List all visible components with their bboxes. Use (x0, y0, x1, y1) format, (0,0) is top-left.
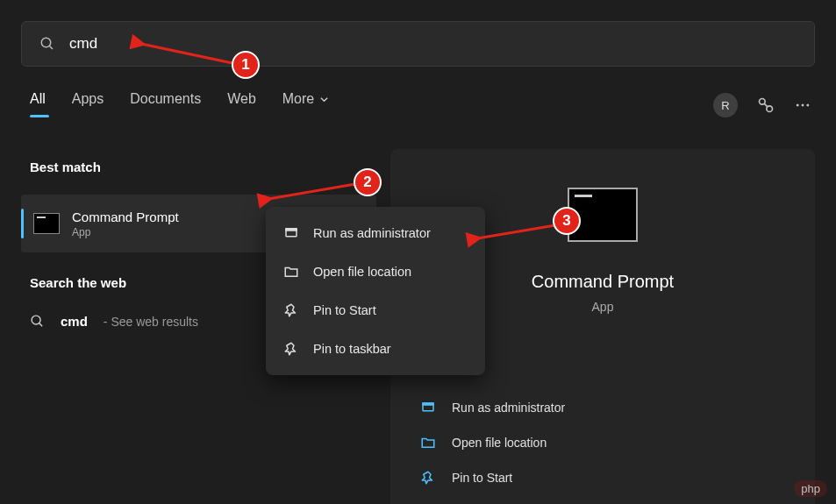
annotation-badge-2: 2 (354, 168, 382, 196)
svg-point-4 (797, 104, 799, 107)
svg-point-6 (806, 104, 809, 107)
menu-label: Pin to taskbar (313, 342, 391, 356)
tab-label: Documents (130, 91, 201, 107)
search-input[interactable] (69, 35, 797, 53)
context-menu: Run as administrator Open file location … (266, 207, 485, 375)
pin-icon (283, 302, 299, 318)
tab-label: All (30, 91, 46, 107)
result-title: Command Prompt (72, 209, 179, 224)
tab-label: Web (227, 91, 256, 107)
watermark: php (794, 480, 827, 497)
cmd-icon (33, 213, 60, 234)
tab-documents[interactable]: Documents (130, 91, 201, 116)
svg-line-1 (49, 46, 53, 49)
svg-point-7 (32, 316, 40, 324)
svg-line-8 (39, 323, 43, 327)
action-run-admin[interactable]: Run as administrator (420, 400, 565, 415)
admin-icon (283, 225, 299, 241)
web-result-item[interactable]: cmd - See web results (30, 314, 198, 329)
svg-rect-12 (286, 229, 297, 231)
folder-icon (420, 435, 436, 451)
web-term: cmd (61, 314, 88, 329)
tab-label: More (282, 91, 314, 107)
menu-run-admin[interactable]: Run as administrator (266, 214, 485, 252)
menu-label: Pin to Start (313, 303, 376, 317)
pin-icon (283, 341, 299, 357)
avatar[interactable]: R (713, 93, 738, 117)
search-bar[interactable] (21, 21, 815, 67)
svg-point-2 (760, 99, 766, 105)
best-match-label: Best match (30, 160, 101, 174)
svg-point-5 (802, 104, 804, 107)
menu-label: Run as administrator (313, 226, 431, 240)
menu-pin-start[interactable]: Pin to Start (266, 291, 485, 330)
menu-open-location[interactable]: Open file location (266, 252, 485, 291)
menu-pin-taskbar[interactable]: Pin to taskbar (266, 330, 485, 368)
header-controls: R (713, 93, 811, 117)
link-icon[interactable] (757, 96, 775, 114)
menu-label: Open file location (313, 265, 411, 279)
tab-all[interactable]: All (30, 91, 46, 116)
action-open-location[interactable]: Open file location (420, 435, 565, 451)
tab-apps[interactable]: Apps (72, 91, 104, 116)
avatar-initial: R (721, 99, 729, 112)
badge-text: 1 (241, 56, 249, 74)
tab-web[interactable]: Web (227, 91, 256, 116)
svg-point-0 (41, 38, 51, 47)
result-subtitle: App (72, 226, 179, 238)
action-label: Open file location (452, 436, 547, 450)
svg-rect-10 (423, 403, 433, 405)
folder-icon (283, 264, 299, 280)
chevron-down-icon (319, 95, 329, 104)
tab-label: Apps (72, 91, 104, 107)
annotation-badge-1: 1 (232, 51, 260, 79)
pin-icon (420, 470, 436, 486)
badge-text: 3 (562, 212, 570, 230)
web-hint: - See web results (104, 315, 198, 329)
action-pin-start[interactable]: Pin to Start (420, 470, 565, 486)
action-label: Run as administrator (452, 401, 565, 415)
admin-icon (420, 400, 436, 415)
result-text: Command Prompt App (72, 209, 179, 238)
search-web-label: Search the web (30, 275, 126, 290)
detail-actions: Run as administrator Open file location … (420, 400, 565, 486)
svg-point-3 (767, 106, 773, 112)
search-icon (30, 314, 45, 329)
tab-more[interactable]: More (282, 91, 329, 116)
search-icon (39, 36, 55, 52)
annotation-badge-3: 3 (553, 207, 581, 235)
filter-tabs: All Apps Documents Web More (30, 91, 329, 116)
action-label: Pin to Start (452, 471, 512, 485)
more-icon[interactable] (794, 96, 811, 114)
badge-text: 2 (363, 174, 371, 191)
